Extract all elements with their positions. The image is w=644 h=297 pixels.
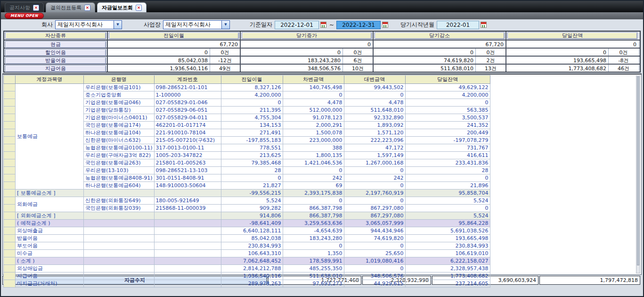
amount-cell-2[interactable]: 867,297,080 (344, 205, 405, 212)
bank-name-cell[interactable]: 하나은행(보통예금104) (84, 129, 155, 137)
amount-cell-0[interactable]: 211,395 (221, 107, 283, 114)
account-name-cell[interactable]: 외상매출금 (16, 227, 84, 235)
account-number-cell[interactable] (154, 212, 221, 220)
scrollbar-thumb[interactable] (637, 76, 639, 265)
account-name-cell[interactable]: 받을어음 (16, 235, 84, 242)
amount-cell-2[interactable]: 511,648,010 (344, 107, 405, 114)
base-date-to-input[interactable]: 2022-12-31 (336, 21, 381, 29)
amount-cell-1[interactable]: 2,000,291 (283, 122, 344, 129)
row-indicator[interactable] (4, 190, 16, 197)
row-indicator[interactable] (4, 250, 16, 257)
amount-cell-0[interactable]: 213,625 (221, 152, 283, 159)
amount-cell-2[interactable]: 1,019,080,416 (344, 257, 405, 265)
amount-cell-0[interactable]: -99,556,215 (221, 190, 283, 197)
account-number-cell[interactable]: 1-100000 (154, 91, 221, 99)
amount-cell-1[interactable]: 223,000,000 (283, 137, 344, 144)
amount-cell-2[interactable]: 44,929,615 (344, 280, 405, 288)
amount-cell-2[interactable]: 0 (344, 265, 405, 272)
amount-cell-1[interactable]: 512,000,000 (283, 107, 344, 114)
amount-cell-2[interactable]: 1,597,149 (344, 152, 405, 159)
amount-cell-2[interactable]: 25,650 (344, 250, 405, 257)
amount-cell-3[interactable]: 2,328,957,438 (405, 265, 490, 272)
amount-cell-3[interactable]: 4,200,000 (405, 91, 490, 99)
account-number-cell[interactable] (154, 242, 221, 250)
bank-name-cell[interactable]: 국민은행(보통예금263) (84, 159, 155, 167)
amount-cell-0[interactable]: 271,491 (221, 129, 283, 137)
account-name-cell[interactable]: 미지급금(거래처) (16, 280, 84, 288)
account-number-cell[interactable]: 215868-11-000039 (154, 205, 221, 212)
tab-funds-daily-report[interactable]: 자금일보조회 × (97, 2, 147, 12)
amount-cell-0[interactable]: 79,385,468 (221, 159, 283, 167)
bank-name-cell[interactable] (84, 190, 155, 197)
bank-name-cell[interactable]: 우리은행(구매자금3억 822) (84, 152, 155, 159)
account-name-cell[interactable]: ( 예적금소계 ) (16, 220, 84, 227)
bank-name-cell[interactable] (84, 220, 155, 227)
bank-name-cell[interactable] (84, 257, 155, 265)
amount-cell-1[interactable]: 0 (283, 167, 344, 174)
amount-cell-2[interactable]: 2,197,760,919 (344, 190, 405, 197)
calendar-icon[interactable] (481, 22, 487, 28)
amount-cell-0[interactable]: 85,042,038 (221, 235, 283, 242)
bank-name-cell[interactable] (84, 250, 155, 257)
period-start-input[interactable]: 2022-01 (437, 21, 479, 29)
amount-cell-3[interactable]: 200,449 (405, 129, 490, 137)
amount-cell-1[interactable]: 4,478 (283, 99, 344, 107)
amount-cell-0[interactable]: 909,282 (221, 205, 283, 212)
row-indicator[interactable] (4, 227, 16, 235)
bank-name-cell[interactable]: 국민은행(외화통장039) (84, 205, 155, 212)
amount-cell-1[interactable]: 2,393,175,838 (283, 190, 344, 197)
account-number-cell[interactable] (154, 220, 221, 227)
bank-name-cell[interactable] (84, 242, 155, 250)
amount-cell-1[interactable]: -4,654,639 (283, 227, 344, 235)
amount-cell-3[interactable]: 230,834,993 (405, 242, 490, 250)
amount-cell-1[interactable]: 3,259,563,636 (283, 220, 344, 227)
bank-name-cell[interactable]: 기업은행(마이너스04011) (84, 114, 155, 122)
bank-name-cell[interactable] (84, 280, 155, 288)
account-number-cell[interactable]: 027-055829-01-046 (154, 99, 221, 107)
row-indicator[interactable] (4, 159, 16, 167)
amount-cell-3[interactable]: 416,611 (405, 152, 490, 159)
account-number-cell[interactable] (154, 280, 221, 288)
account-number-cell[interactable] (154, 272, 221, 280)
amount-cell-2[interactable]: 348,506,576 (344, 272, 405, 280)
amount-cell-3[interactable]: 0 (405, 174, 490, 182)
bank-name-cell[interactable]: 우리은행(13-103) (84, 167, 155, 174)
row-indicator[interactable] (4, 182, 16, 190)
amount-cell-2[interactable]: 92,332,890 (344, 114, 405, 122)
row-indicator[interactable] (4, 265, 16, 272)
amount-cell-2[interactable]: 944,434,946 (344, 227, 405, 235)
amount-cell-1[interactable]: 866,387,798 (283, 205, 344, 212)
bank-name-cell[interactable] (84, 212, 155, 220)
account-number-cell[interactable] (154, 190, 221, 197)
row-indicator[interactable] (4, 107, 16, 114)
amount-cell-2[interactable]: 74,619,820 (344, 235, 405, 242)
bank-name-cell[interactable]: 신한은행(외화통장649) (84, 197, 155, 205)
amount-cell-0[interactable]: 0 (221, 174, 283, 182)
account-name-cell[interactable]: ( 소계 ) (16, 257, 84, 265)
amount-cell-2[interactable]: 0 (344, 91, 405, 99)
amount-cell-1[interactable]: 1,800,135 (283, 152, 344, 159)
account-number-cell[interactable]: 301-0151-8408-91 (154, 174, 221, 182)
amount-cell-3[interactable]: 0 (405, 99, 490, 107)
amount-cell-2[interactable]: 0 (344, 197, 405, 205)
calendar-icon[interactable] (320, 22, 326, 28)
amount-cell-2[interactable]: 4,478 (344, 99, 405, 107)
row-indicator[interactable] (4, 197, 16, 205)
bank-name-cell[interactable]: 신한은행(마이너스632) (84, 137, 155, 144)
amount-cell-1[interactable]: 97,693,273 (283, 280, 344, 288)
row-indicator[interactable] (4, 114, 16, 122)
bank-name-cell[interactable]: 국민은행(보통예금174) (84, 122, 155, 129)
vertical-scrollbar[interactable] (636, 75, 640, 273)
amount-cell-0[interactable]: 914,806 (221, 212, 283, 220)
amount-cell-0[interactable]: 6,640,128,111 (221, 227, 283, 235)
amount-cell-1[interactable]: 69 (283, 182, 344, 190)
amount-cell-0[interactable]: 134,153 (221, 122, 283, 129)
amount-cell-1[interactable]: 1,421,046,536 (283, 159, 344, 167)
account-name-cell[interactable]: 보통예금 (16, 84, 84, 190)
tab-voucher-entry[interactable]: 결의전표등록 × (46, 2, 95, 12)
amount-cell-1[interactable]: 0 (283, 91, 344, 99)
account-number-cell[interactable]: 098-286521-01-101 (154, 84, 221, 91)
account-number-cell[interactable] (154, 227, 221, 235)
account-number-cell[interactable]: 462201-01-017174 (154, 122, 221, 129)
bank-name-cell[interactable] (84, 272, 155, 280)
